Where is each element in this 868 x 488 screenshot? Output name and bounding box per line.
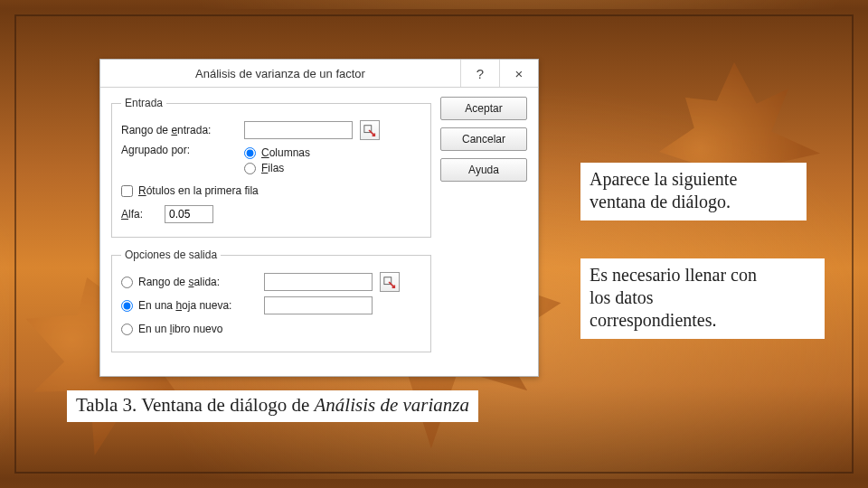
group-by-label: Agrupado por: <box>121 144 237 156</box>
cancel-button[interactable]: Cancelar <box>440 127 527 151</box>
caption-text: Tabla 3. Ventana de diálogo de <box>76 394 314 416</box>
note-1-line-1: Aparece la siguiente <box>590 168 797 191</box>
group-salida: Opciones de salida Rango de salida: <box>111 249 431 352</box>
range-picker-icon[interactable] <box>360 120 380 140</box>
group-entrada: Entrada Rango de entrada: Agrupado por: <box>111 97 431 238</box>
dialog-left: Entrada Rango de entrada: Agrupado por: <box>111 97 431 363</box>
row-new-book: En un libro nuevo <box>121 319 421 339</box>
radio-new-book-input[interactable] <box>121 324 133 335</box>
anova-dialog: Análisis de varianza de un factor ? × En… <box>99 59 539 377</box>
group-salida-legend: Opciones de salida <box>121 249 221 261</box>
help-button[interactable]: ? <box>460 60 499 87</box>
titlebar: Análisis de varianza de un factor ? × <box>100 60 538 88</box>
row-input-range: Rango de entrada: <box>121 120 421 140</box>
new-sheet-field[interactable] <box>264 296 373 314</box>
group-entrada-legend: Entrada <box>121 97 166 109</box>
dialog-right-buttons: Aceptar Cancelar Ayuda <box>440 97 527 363</box>
note-2-line-1: Es necesario llenar con <box>590 264 816 286</box>
group-by-options: Columnas Filas <box>244 144 310 177</box>
row-new-sheet: En una hoja nueva: <box>121 296 421 315</box>
dialog-body: Entrada Rango de entrada: Agrupado por: <box>100 88 538 376</box>
accept-button[interactable]: Aceptar <box>440 97 527 120</box>
radio-columns-input[interactable] <box>244 147 256 159</box>
checkbox-first-row-labels-input[interactable] <box>121 185 133 197</box>
alfa-field[interactable] <box>165 205 213 223</box>
row-first-row-labels: Rótulos en la primera fila <box>121 181 421 201</box>
note-1-line-2: ventana de diálogo. <box>590 191 797 213</box>
radio-output-range[interactable]: Rango de salida: <box>121 276 257 288</box>
radio-new-sheet-input[interactable] <box>121 300 133 312</box>
caption: Tabla 3. Ventana de diálogo de Análisis … <box>67 390 478 422</box>
radio-new-sheet[interactable]: En una hoja nueva: <box>121 299 257 312</box>
radio-new-book[interactable]: En un libro nuevo <box>121 323 222 335</box>
note-1: Aparece la siguiente ventana de diálogo. <box>580 163 807 221</box>
dialog-title: Análisis de varianza de un factor <box>100 60 460 87</box>
output-range-picker-icon[interactable] <box>380 272 400 292</box>
radio-rows-input[interactable] <box>244 163 256 174</box>
checkbox-first-row-labels[interactable]: Rótulos en la primera fila <box>121 184 259 197</box>
alfa-label: Alfa: <box>121 208 157 221</box>
help-dialog-button[interactable]: Ayuda <box>440 158 527 182</box>
output-range-field[interactable] <box>264 273 373 291</box>
input-range-field[interactable] <box>244 121 353 139</box>
radio-columns[interactable]: Columnas <box>244 146 310 159</box>
row-group-by: Agrupado por: Columnas Filas <box>121 144 421 177</box>
close-button[interactable]: × <box>499 60 538 87</box>
input-range-label: Rango de entrada: <box>121 124 237 136</box>
row-output-range: Rango de salida: <box>121 272 421 292</box>
slide: Análisis de varianza de un factor ? × En… <box>0 0 868 488</box>
note-2-line-2: los datos <box>590 286 816 309</box>
radio-rows[interactable]: Filas <box>244 162 310 174</box>
row-alfa: Alfa: <box>121 204 421 224</box>
note-2: Es necesario llenar con los datos corres… <box>580 258 825 339</box>
radio-output-range-input[interactable] <box>121 277 133 288</box>
note-2-line-3: correspondientes. <box>590 309 816 332</box>
caption-em: Análisis de varianza <box>314 394 469 416</box>
